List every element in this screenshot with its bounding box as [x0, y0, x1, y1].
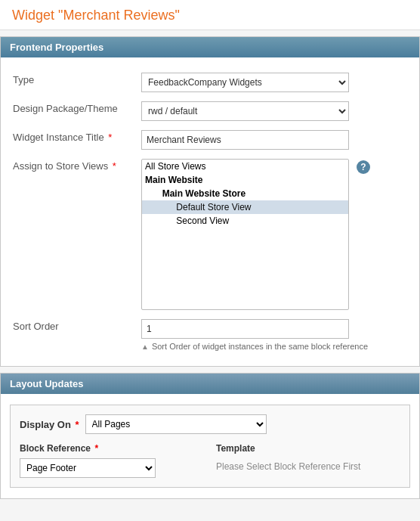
- type-row: Type FeedbackCompany Widgets: [10, 68, 410, 97]
- type-label: Type: [10, 68, 138, 97]
- widget-title-required: *: [106, 132, 113, 143]
- sort-order-input[interactable]: [141, 319, 349, 339]
- template-label: Template: [216, 443, 400, 454]
- display-on-label: Display On *: [20, 419, 79, 430]
- block-reference-label: Block Reference *: [20, 443, 204, 454]
- store-views-row: Assign to Store Views * All Store Views …: [10, 154, 410, 315]
- sort-order-triangle-icon: ▲: [141, 343, 149, 351]
- frontend-properties-header: Frontend Properties: [1, 37, 419, 57]
- sort-order-note: ▲ Sort Order of widget instances in the …: [141, 342, 407, 351]
- template-col: Template Please Select Block Reference F…: [216, 443, 400, 478]
- display-on-select[interactable]: All Pages Anchor Categories Non-Anchor C…: [85, 414, 267, 434]
- store-views-all-option[interactable]: All Store Views: [142, 160, 348, 173]
- store-views-select[interactable]: All Store Views Main Website Main Websit…: [141, 159, 349, 310]
- block-reference-select[interactable]: Page Footer Page Header Content Area Lef…: [20, 458, 156, 478]
- type-select[interactable]: FeedbackCompany Widgets: [141, 73, 349, 92]
- sort-order-label: Sort Order: [10, 315, 138, 355]
- help-icon[interactable]: ?: [357, 160, 370, 174]
- frontend-properties-body: Type FeedbackCompany Widgets Design Pack…: [1, 57, 419, 366]
- sort-order-note-text: Sort Order of widget instances in the sa…: [152, 342, 368, 351]
- block-reference-required: *: [92, 443, 98, 454]
- frontend-properties-table: Type FeedbackCompany Widgets Design Pack…: [10, 68, 410, 355]
- layout-updates-header: Layout Updates: [1, 374, 419, 394]
- store-views-help-icon[interactable]: ?: [354, 160, 370, 174]
- display-on-required: *: [73, 419, 79, 430]
- store-views-required: *: [110, 160, 116, 172]
- page-title-container: Widget "Merchant Reviews": [0, 0, 420, 30]
- frontend-properties-section: Frontend Properties Type FeedbackCompany…: [0, 36, 420, 367]
- widget-title-input[interactable]: [141, 130, 349, 150]
- design-package-label: Design Package/Theme: [10, 97, 138, 126]
- layout-updates-body: Display On * All Pages Anchor Categories…: [1, 394, 419, 498]
- store-views-default-option[interactable]: Default Store View: [142, 200, 348, 214]
- widget-title-label: Widget Instance Title *: [10, 126, 138, 154]
- store-views-main-store-option[interactable]: Main Website Store: [142, 187, 348, 200]
- layout-updates-section: Layout Updates Display On * All Pages An…: [0, 373, 420, 499]
- update-box: Display On * All Pages Anchor Categories…: [10, 405, 410, 488]
- store-views-cell: All Store Views Main Website Main Websit…: [141, 159, 407, 310]
- block-reference-col: Block Reference * Page Footer Page Heade…: [20, 443, 204, 478]
- page-title: Widget "Merchant Reviews": [12, 8, 408, 23]
- sort-order-row: Sort Order ▲ Sort Order of widget instan…: [10, 315, 410, 355]
- store-views-second-option[interactable]: Second View: [142, 214, 348, 228]
- design-package-select[interactable]: rwd / default: [141, 101, 349, 121]
- display-on-row: Display On * All Pages Anchor Categories…: [20, 414, 400, 434]
- template-placeholder-text: Please Select Block Reference First: [216, 458, 400, 472]
- widget-title-row: Widget Instance Title *: [10, 126, 410, 154]
- store-views-main-website-option[interactable]: Main Website: [142, 173, 348, 187]
- design-package-row: Design Package/Theme rwd / default: [10, 97, 410, 126]
- store-views-label: Assign to Store Views *: [10, 154, 138, 315]
- block-template-row: Block Reference * Page Footer Page Heade…: [20, 443, 400, 478]
